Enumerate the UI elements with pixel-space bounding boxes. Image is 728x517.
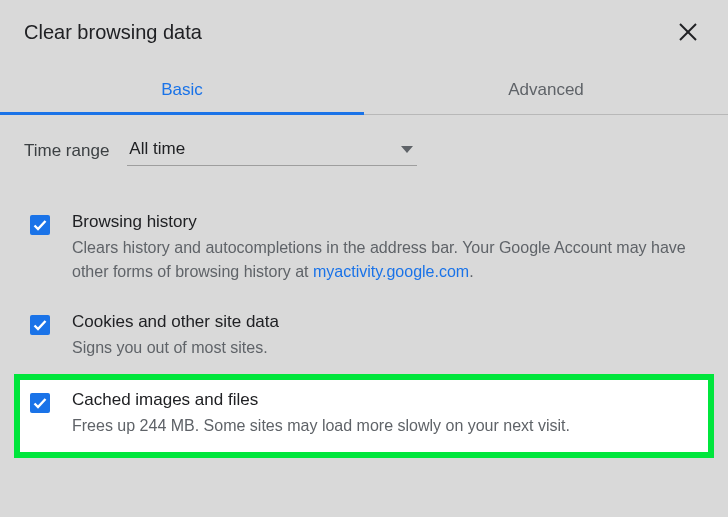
time-range-select[interactable]: All time [127,135,417,166]
option-text: Browsing history Clears history and auto… [72,212,694,284]
dialog-content: Time range All time Browsing history Cle… [0,115,728,458]
checkbox-cookies[interactable] [30,315,50,335]
time-range-row: Time range All time [24,135,704,166]
checkmark-icon [32,395,48,411]
option-text: Cookies and other site data Signs you ou… [72,312,694,360]
clear-browsing-data-dialog: Clear browsing data Basic Advanced Time … [0,0,728,517]
checkbox-browsing-history[interactable] [30,215,50,235]
dialog-title: Clear browsing data [24,21,202,44]
option-desc-suffix: . [469,263,473,280]
option-text: Cached images and files Frees up 244 MB.… [72,390,694,438]
tab-basic[interactable]: Basic [0,66,364,114]
time-range-value: All time [129,139,185,159]
checkmark-icon [32,317,48,333]
option-title: Cached images and files [72,390,694,410]
tabs: Basic Advanced [0,66,728,115]
option-cookies: Cookies and other site data Signs you ou… [24,298,704,374]
dialog-header: Clear browsing data [0,0,728,48]
option-desc: Frees up 244 MB. Some sites may load mor… [72,414,694,438]
option-desc: Signs you out of most sites. [72,336,694,360]
close-icon [678,22,698,42]
tab-advanced[interactable]: Advanced [364,66,728,114]
checkmark-icon [32,217,48,233]
option-cached: Cached images and files Frees up 244 MB.… [14,374,714,458]
time-range-label: Time range [24,141,109,161]
option-title: Browsing history [72,212,694,232]
options-list: Browsing history Clears history and auto… [24,198,704,458]
myactivity-link[interactable]: myactivity.google.com [313,263,469,280]
close-button[interactable] [672,16,704,48]
chevron-down-icon [401,140,413,158]
option-title: Cookies and other site data [72,312,694,332]
checkbox-cached[interactable] [30,393,50,413]
option-browsing-history: Browsing history Clears history and auto… [24,198,704,298]
svg-marker-2 [401,146,413,153]
option-desc: Clears history and autocompletions in th… [72,236,694,284]
